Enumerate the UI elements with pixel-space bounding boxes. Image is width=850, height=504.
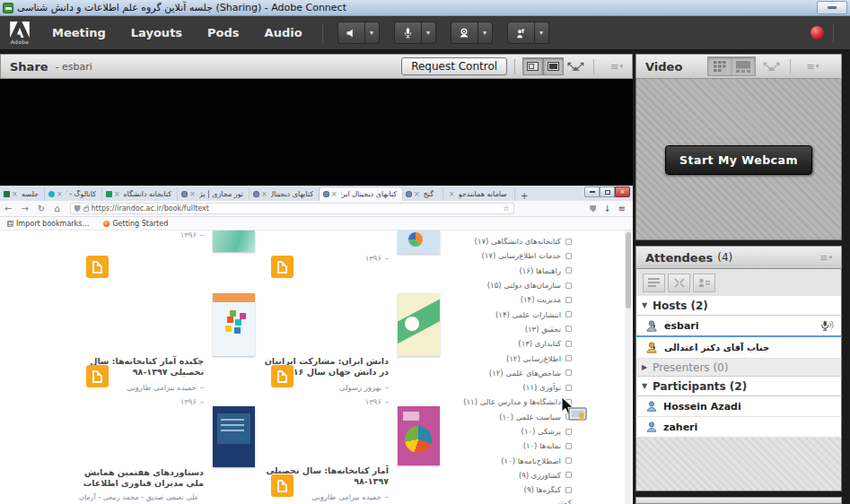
video-filmstrip-view-icon[interactable] — [732, 57, 755, 75]
browser-tab[interactable]: × تور مجازی | پژوهشگاه — [178, 187, 250, 201]
category-filter[interactable]: خدمات اطلاع‌رسانی (۱۷) — [437, 248, 572, 263]
webcam-dropdown[interactable]: ▾ — [478, 22, 493, 44]
checkbox[interactable] — [565, 267, 572, 274]
show-less-link[interactable]: کمتر — [437, 499, 572, 504]
microphone-button[interactable] — [394, 22, 422, 44]
share-view-toggle-windowed-icon[interactable] — [522, 57, 543, 75]
menu-meeting[interactable]: Meeting — [39, 16, 118, 50]
category-filter[interactable]: اصطلاح‌نامه‌ها (۱۰) — [437, 453, 572, 467]
checkbox[interactable] — [565, 311, 572, 317]
checkbox[interactable] — [565, 239, 572, 245]
speaker-dropdown[interactable]: ▾ — [365, 22, 380, 44]
browser-tab[interactable]: × کاتالوگ - کانیمو — [45, 187, 102, 201]
attendee-status-view-icon[interactable] — [693, 274, 715, 292]
book-cover[interactable] — [213, 230, 255, 252]
category-filter[interactable]: شاخص‌های علمی (۱۲) — [437, 366, 572, 380]
video-pod-menu-icon[interactable]: ≡▾ — [807, 61, 819, 73]
tracking-shield-icon[interactable] — [74, 205, 81, 213]
raise-hand-button[interactable] — [507, 22, 535, 44]
category-filter[interactable]: سیاست علمی (۱۰) — [437, 410, 572, 424]
checkbox[interactable] — [565, 326, 572, 332]
microphone-dropdown[interactable]: ▾ — [422, 22, 436, 44]
reload-icon[interactable]: ↻ — [38, 204, 45, 213]
tab-close-icon[interactable]: × — [261, 190, 267, 198]
book-author[interactable]: حمیده بیرامی طارونی — [127, 383, 197, 392]
speaker-button[interactable] — [337, 22, 365, 44]
checkbox[interactable] — [565, 472, 572, 478]
tab-close-icon[interactable]: × — [114, 190, 120, 198]
attendee-row-esbari[interactable]: esbari — [635, 316, 842, 337]
adobe-logo-icon[interactable]: Adobe — [0, 16, 39, 50]
downloads-icon[interactable]: ↓ — [603, 204, 610, 213]
checkbox[interactable] — [565, 369, 572, 376]
menu-audio[interactable]: Audio — [252, 16, 315, 50]
status-dropdown[interactable]: ▾ — [535, 22, 549, 44]
share-fullscreen-icon[interactable]: ⤡⤢ — [567, 60, 583, 73]
browser-tab[interactable]: × کتابخانه دانشگاه شهید بهشتی — [102, 187, 178, 201]
video-grid-view-icon[interactable] — [708, 57, 732, 75]
attendee-row-host2[interactable]: جناب آقای دکتر اعتدالی — [635, 337, 842, 359]
book-item[interactable]: دستاوردهای هفتمین همایش ملی مدیران فناور… — [79, 406, 255, 504]
book-item[interactable]: دانش ایران: مشارکت ایرانیان در دانش جهان… — [264, 293, 440, 404]
browser-tab[interactable]: × جلسه آنلاین گروه علم — [0, 187, 45, 201]
video-fullscreen-icon[interactable]: ⤡⤢ — [763, 60, 778, 73]
category-filter[interactable]: اطلاع‌رسانی (۱۲) — [437, 351, 572, 365]
attendee-row-hossein-azadi[interactable]: Hossein Azadi — [635, 396, 842, 417]
browser-maximize-button[interactable] — [600, 187, 615, 197]
protections-shield-icon[interactable] — [590, 205, 596, 213]
page-scrollbar-thumb[interactable] — [626, 232, 631, 308]
collapse-arrow-icon[interactable]: ▼ — [636, 382, 653, 390]
presenters-group-header[interactable]: ▶ Presenters (0) — [635, 359, 842, 377]
checkbox[interactable] — [565, 355, 572, 361]
checkbox[interactable] — [565, 253, 572, 259]
category-filter[interactable]: کتابداری (۱۳) — [437, 336, 572, 351]
tab-close-icon[interactable]: × — [331, 190, 337, 198]
webcam-button[interactable] — [451, 22, 478, 44]
app-menu-icon[interactable]: ≡ — [618, 204, 626, 213]
category-filter[interactable]: تحقیق (۱۳) — [437, 322, 572, 336]
bookmark-import[interactable]: Import bookmarks… — [7, 220, 89, 228]
category-filter[interactable]: نمایه‌ها (۱۰) — [437, 439, 572, 453]
bookmark-getting-started[interactable]: Getting Started — [103, 220, 168, 228]
checkbox[interactable] — [565, 341, 572, 347]
book-item[interactable]: آمار کتابخانه‌ها: سال تحصیلی ۱۳۹۷-۹۸ حمی… — [264, 406, 440, 504]
category-filter[interactable]: کتابخانه‌های دانشگاهی (۱۷) — [437, 234, 572, 248]
category-filter[interactable]: نوآوری (۱۱) — [437, 380, 572, 395]
book-item-partial[interactable]: ۱۳۹۶ — [79, 230, 255, 274]
checkbox[interactable] — [565, 297, 572, 303]
share-pod-menu-icon[interactable]: ≡▾ — [610, 61, 623, 73]
category-filter[interactable]: پزشکی (۱۰) — [437, 424, 572, 439]
start-my-webcam-button[interactable]: Start My Webcam — [665, 145, 812, 175]
category-filter[interactable]: دانشگاه‌ها و مدارس عالی (۱۱) — [437, 395, 572, 409]
attendee-list-view-icon[interactable] — [643, 274, 665, 292]
minimize-button[interactable] — [817, 1, 847, 14]
book-cover[interactable] — [398, 293, 440, 356]
breakout-view-icon[interactable] — [668, 274, 690, 292]
book-cover[interactable] — [213, 406, 255, 467]
url-bar[interactable]: https://irandoc.ac.ir/book/fulltext ☆ — [70, 203, 514, 214]
tab-close-icon[interactable]: × — [414, 190, 420, 198]
book-cover[interactable] — [398, 406, 440, 465]
new-tab-button[interactable]: + — [515, 191, 533, 201]
checkbox[interactable] — [565, 282, 572, 289]
pdf-download-icon[interactable] — [271, 474, 294, 497]
share-view-toggle-full-icon[interactable] — [543, 57, 564, 75]
browser-tab[interactable]: × سامانه همانندجو — [443, 187, 515, 201]
browser-tab-active[interactable]: × کتابهای دیجیتال ایرانداک — [320, 187, 402, 201]
attendees-pod-menu-icon[interactable]: ≡▾ — [819, 252, 832, 264]
checkbox[interactable] — [565, 413, 572, 420]
book-cover[interactable] — [398, 230, 440, 254]
browser-close-button[interactable]: × — [615, 187, 630, 197]
checkbox[interactable] — [565, 399, 572, 405]
checkbox[interactable] — [565, 487, 572, 493]
checkbox[interactable] — [565, 385, 572, 391]
category-filter[interactable]: راهنماها (۱۶) — [437, 264, 572, 278]
forward-icon[interactable]: → — [21, 204, 28, 213]
book-item[interactable]: چکیده آمار کتابخانه‌ها: سال تحصیلی ۱۳۹۷-… — [79, 293, 255, 404]
bookmark-star-icon[interactable]: ☆ — [503, 204, 509, 213]
menu-pods[interactable]: Pods — [195, 16, 252, 50]
back-icon[interactable]: ← — [4, 204, 12, 213]
attendee-row-zaheri[interactable]: zaheri — [635, 417, 842, 438]
pdf-download-icon[interactable] — [271, 365, 294, 387]
category-filter[interactable]: مدیریت (۱۴) — [437, 292, 572, 307]
